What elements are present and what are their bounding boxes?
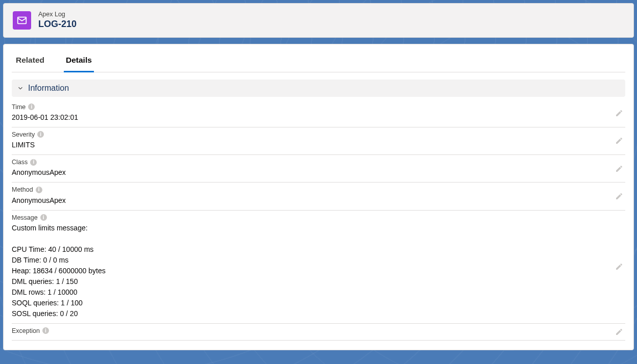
- field-label-text: Time: [12, 103, 26, 111]
- field-value: LIMITS: [12, 140, 625, 150]
- field-label: Time i: [12, 103, 625, 111]
- info-icon[interactable]: i: [40, 214, 47, 221]
- field-label: Method i: [12, 186, 625, 194]
- field-label: Exception i: [12, 327, 625, 335]
- info-icon[interactable]: i: [42, 327, 49, 334]
- pencil-icon[interactable]: [615, 165, 623, 173]
- header-text: Apex Log LOG-210: [38, 11, 77, 30]
- field-exception: Exception i: [12, 324, 625, 341]
- field-label-text: Message: [12, 214, 38, 222]
- tab-related[interactable]: Related: [14, 50, 46, 72]
- pencil-icon[interactable]: [615, 328, 623, 336]
- field-time: Time i 2019-06-01 23:02:01: [12, 100, 625, 127]
- record-title: LOG-210: [38, 18, 77, 30]
- pencil-icon[interactable]: [615, 109, 623, 117]
- field-value: 2019-06-01 23:02:01: [12, 112, 625, 123]
- envelope-icon: [13, 11, 31, 30]
- field-value: AnonymousApex: [12, 167, 625, 178]
- detail-card: Related Details Information Time i 2019-…: [3, 44, 634, 351]
- info-icon[interactable]: i: [36, 187, 42, 193]
- pencil-icon[interactable]: [615, 192, 623, 200]
- field-label: Severity i: [12, 131, 625, 139]
- info-icon[interactable]: i: [30, 159, 37, 166]
- pencil-icon[interactable]: [615, 137, 623, 145]
- page-header: Apex Log LOG-210: [3, 3, 634, 38]
- pencil-icon[interactable]: [615, 263, 623, 271]
- field-label-text: Class: [12, 158, 28, 166]
- info-icon[interactable]: i: [28, 103, 35, 110]
- record-type-label: Apex Log: [38, 11, 77, 18]
- field-label-text: Exception: [12, 327, 40, 335]
- field-value: Custom limits message: CPU Time: 40 / 10…: [12, 223, 625, 319]
- field-class: Class i AnonymousApex: [12, 155, 625, 183]
- field-label: Class i: [12, 158, 625, 166]
- field-label-text: Method: [12, 186, 33, 194]
- field-method: Method i AnonymousApex: [12, 183, 625, 210]
- field-message: Message i Custom limits message: CPU Tim…: [12, 211, 625, 324]
- info-icon[interactable]: i: [37, 131, 44, 138]
- section-title: Information: [28, 84, 69, 93]
- fields-container: Time i 2019-06-01 23:02:01 Severity i LI…: [12, 100, 625, 341]
- section-information-header[interactable]: Information: [12, 80, 625, 97]
- field-severity: Severity i LIMITS: [12, 127, 625, 155]
- field-label-text: Severity: [12, 131, 35, 139]
- chevron-down-icon: [17, 85, 24, 92]
- field-value: AnonymousApex: [12, 195, 625, 206]
- tab-details[interactable]: Details: [64, 50, 94, 72]
- field-label: Message i: [12, 214, 625, 222]
- tabs: Related Details: [12, 50, 625, 72]
